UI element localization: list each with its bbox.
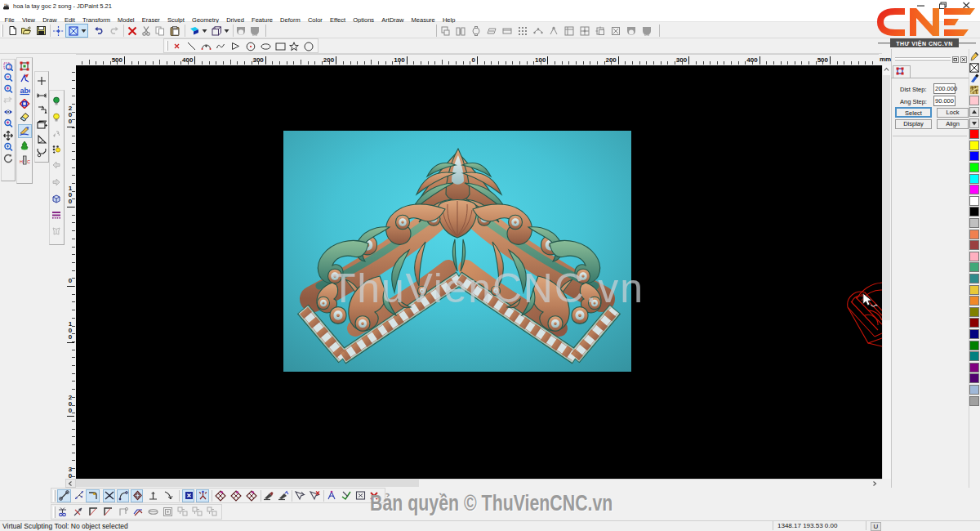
- svg-text:C: C: [27, 159, 30, 164]
- svg-text:abc: abc: [20, 87, 31, 95]
- svg-text:H: H: [20, 159, 23, 164]
- svg-text:THƯ VIỆN CNC.VN: THƯ VIỆN CNC.VN: [896, 40, 953, 47]
